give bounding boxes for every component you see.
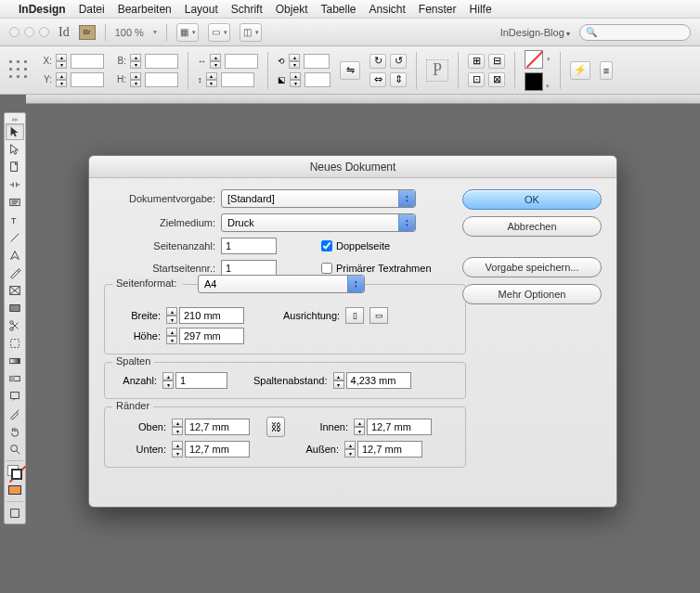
rotate-ccw-icon[interactable]: ↺ <box>390 54 407 69</box>
margin-inside-input[interactable]: 12,7 mm <box>367 419 432 435</box>
margin-bottom-stepper[interactable]: ▴▾ <box>172 441 183 458</box>
flip-v-icon[interactable]: ⇕ <box>390 72 407 87</box>
h-stepper[interactable]: ▴▾ <box>130 72 141 87</box>
panel-gripper[interactable]: ▸▸ <box>5 115 25 122</box>
free-transform-tool-icon[interactable] <box>6 335 24 352</box>
fill-swatch[interactable] <box>525 50 543 69</box>
eyedropper-tool-icon[interactable] <box>6 406 24 422</box>
preset-select[interactable]: [Standard]▴▾ <box>221 189 416 208</box>
intent-select[interactable]: Druck▴▾ <box>221 213 416 232</box>
menu-layout[interactable]: Layout <box>185 3 218 16</box>
w-stepper[interactable]: ▴▾ <box>130 54 141 69</box>
facing-pages-checkbox[interactable]: Doppelseite <box>321 240 390 251</box>
margin-outside-input[interactable]: 12,7 mm <box>357 441 422 458</box>
shear-stepper[interactable]: ▴▾ <box>290 72 301 87</box>
column-count-stepper[interactable]: ▴▾ <box>162 372 174 389</box>
master-text-frame-checkbox[interactable]: Primärer Textrahmen <box>321 263 432 274</box>
rot-input[interactable] <box>304 54 330 69</box>
drop-cap-icon[interactable]: P <box>426 59 448 82</box>
stroke-swatch[interactable] <box>525 72 543 91</box>
margin-bottom-input[interactable]: 12,7 mm <box>185 441 250 458</box>
view-options-2[interactable]: ▭ <box>208 23 230 42</box>
type-tool-icon[interactable]: T <box>6 212 24 228</box>
x-input[interactable] <box>71 54 104 69</box>
pages-input[interactable]: 1 <box>221 238 277 254</box>
align-2-icon[interactable]: ⊟ <box>488 54 505 69</box>
link-margins-button[interactable]: ⛓ <box>266 417 285 437</box>
view-mode-icon[interactable] <box>6 505 24 522</box>
selection-tool-icon[interactable] <box>6 123 24 140</box>
margin-top-stepper[interactable]: ▴▾ <box>172 419 183 435</box>
menu-tabelle[interactable]: Tabelle <box>320 3 356 16</box>
workspace-switcher[interactable]: InDesign-Blog <box>500 27 570 38</box>
menu-ansicht[interactable]: Ansicht <box>369 3 406 16</box>
menu-datei[interactable]: Datei <box>79 3 105 16</box>
pencil-tool-icon[interactable] <box>6 264 24 281</box>
content-collector-icon[interactable] <box>6 194 24 211</box>
menu-hilfe[interactable]: Hilfe <box>470 3 492 16</box>
y-stepper[interactable]: ▴▾ <box>56 72 67 87</box>
rectangle-frame-tool-icon[interactable] <box>6 282 24 299</box>
search-field[interactable]: 🔍 <box>579 24 691 41</box>
height-input[interactable]: 297 mm <box>179 328 244 344</box>
zoom-tool-icon[interactable] <box>6 441 24 458</box>
reference-point-grid[interactable] <box>9 60 30 81</box>
zoom-level[interactable]: 100 % <box>115 27 144 38</box>
align-4-icon[interactable]: ⊠ <box>488 72 505 87</box>
fill-stroke-swatch[interactable] <box>6 464 24 481</box>
view-options-3[interactable]: ◫ <box>240 23 262 42</box>
width-input[interactable]: 210 mm <box>179 307 244 324</box>
width-stepper[interactable]: ▴▾ <box>166 307 177 324</box>
save-preset-button[interactable]: Vorgabe speichern... <box>462 257 602 277</box>
panel-menu-icon[interactable]: ≡ <box>600 61 613 80</box>
scaley-stepper[interactable]: ▴▾ <box>206 72 217 87</box>
gap-tool-icon[interactable] <box>6 176 24 193</box>
menu-indesign[interactable]: InDesign <box>19 3 66 16</box>
rot-stepper[interactable]: ▴▾ <box>289 54 300 69</box>
scalex-input[interactable] <box>225 54 258 69</box>
menu-objekt[interactable]: Objekt <box>276 3 308 16</box>
rectangle-tool-icon[interactable] <box>6 300 24 316</box>
quick-apply-icon[interactable]: ⚡ <box>570 61 590 80</box>
w-input[interactable] <box>145 54 178 69</box>
orientation-portrait-button[interactable]: ▯ <box>345 307 364 324</box>
menu-bearbeiten[interactable]: Bearbeiten <box>118 3 172 16</box>
gutter-stepper[interactable]: ▴▾ <box>333 372 344 389</box>
page-size-select[interactable]: A4▴▾ <box>198 275 365 293</box>
apply-color-icon[interactable] <box>6 482 24 498</box>
column-count-input[interactable]: 1 <box>175 372 227 389</box>
scalex-stepper[interactable]: ▴▾ <box>210 54 221 69</box>
ok-button[interactable]: OK <box>462 189 602 210</box>
margin-outside-stepper[interactable]: ▴▾ <box>344 441 356 458</box>
bridge-button[interactable]: Br <box>79 25 96 40</box>
menu-fenster[interactable]: Fenster <box>419 3 457 16</box>
x-stepper[interactable]: ▴▾ <box>56 54 67 69</box>
align-1-icon[interactable]: ⊞ <box>468 54 485 69</box>
margin-top-input[interactable]: 12,7 mm <box>185 419 250 435</box>
window-controls[interactable] <box>9 27 49 37</box>
h-input[interactable] <box>145 72 178 87</box>
align-3-icon[interactable]: ⊡ <box>468 72 485 87</box>
orientation-landscape-button[interactable]: ▭ <box>369 307 388 324</box>
line-tool-icon[interactable] <box>6 229 24 246</box>
direct-selection-tool-icon[interactable] <box>6 141 24 158</box>
height-stepper[interactable]: ▴▾ <box>166 328 177 344</box>
more-options-button[interactable]: Mehr Optionen <box>462 284 602 304</box>
gradient-swatch-tool-icon[interactable] <box>6 353 24 369</box>
y-input[interactable] <box>71 72 104 87</box>
cancel-button[interactable]: Abbrechen <box>462 216 602 237</box>
flip-horizontal-icon[interactable]: ⇋ <box>340 61 360 80</box>
gradient-feather-tool-icon[interactable] <box>6 370 24 387</box>
scissors-tool-icon[interactable] <box>6 317 24 334</box>
view-options-1[interactable]: ▦ <box>176 23 199 42</box>
shear-input[interactable] <box>305 72 331 87</box>
margin-inside-stepper[interactable]: ▴▾ <box>354 419 365 435</box>
rotate-cw-icon[interactable]: ↻ <box>369 54 386 69</box>
menu-schrift[interactable]: Schrift <box>231 3 263 16</box>
flip-h-icon[interactable]: ⇔ <box>369 72 386 87</box>
pen-tool-icon[interactable] <box>6 247 24 264</box>
page-tool-icon[interactable] <box>6 159 24 175</box>
gutter-input[interactable]: 4,233 mm <box>346 372 411 389</box>
note-tool-icon[interactable] <box>6 388 24 405</box>
scaley-input[interactable] <box>221 72 254 87</box>
